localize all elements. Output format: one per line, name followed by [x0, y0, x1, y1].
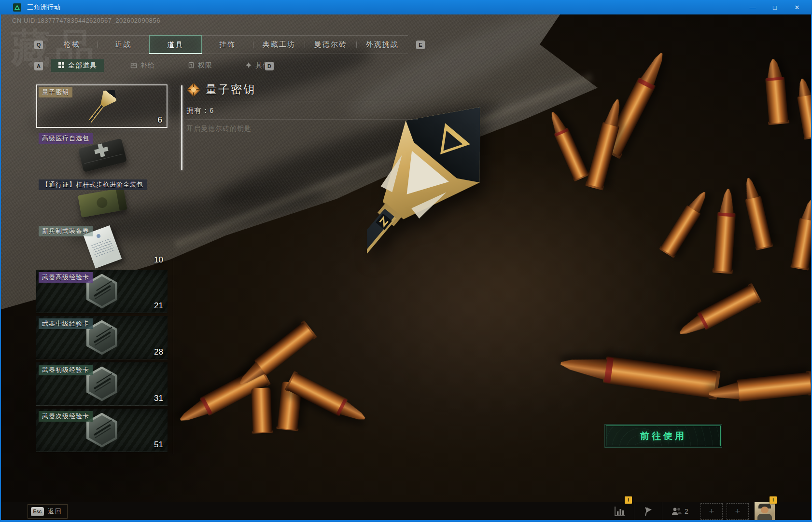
- item-name-chip: 高级医疗自选包: [39, 133, 93, 144]
- tab-label: 道具: [167, 41, 183, 50]
- rarity-diamond-icon: [186, 82, 201, 97]
- plus-icon: +: [709, 506, 714, 517]
- tab-5[interactable]: 曼德尔砖: [305, 35, 356, 54]
- item-count: 31: [154, 394, 163, 403]
- stats-button[interactable]: !: [606, 502, 634, 520]
- item-detail-panel: 量子密钥 拥有：6 开启曼德尔砖的钥匙: [186, 82, 418, 133]
- scene-background: CN UID:18377747835442620567_202602090856…: [0, 14, 812, 520]
- back-label: 返回: [48, 507, 62, 516]
- avatar-face: [761, 507, 769, 513]
- key-hint-prev-subtab: A: [34, 62, 43, 70]
- key-hint-next-tab: E: [416, 41, 425, 49]
- bullet-decoration: [251, 385, 272, 433]
- tab-6[interactable]: 外观挑战: [356, 35, 408, 54]
- grid-icon: [58, 62, 65, 70]
- tab-3[interactable]: 挂饰: [202, 35, 253, 54]
- tab-label: 外观挑战: [366, 40, 399, 49]
- player-uid: CN UID:18377747835442620567_202602090856: [12, 17, 160, 24]
- item-tile-2[interactable]: 【通行证】杠杆式步枪进阶全装包: [36, 177, 168, 220]
- bullet-decoration: [741, 176, 773, 250]
- maximize-button[interactable]: □: [764, 0, 786, 14]
- key-hint-prev-tab: Q: [34, 41, 43, 49]
- item-list: 量子密钥6高级医疗自选包【通行证】杠杆式步枪进阶全装包新兵制式装备券10武器高级…: [36, 84, 168, 455]
- minimize-button[interactable]: —: [742, 0, 764, 14]
- use-button[interactable]: 前往使用: [604, 424, 722, 448]
- item-count: 6: [158, 115, 162, 125]
- item-title: 量子密钥: [206, 82, 256, 97]
- tab-1[interactable]: 近战: [98, 35, 149, 54]
- item-name-chip: 武器次级经验卡: [39, 411, 93, 422]
- alert-badge: !: [625, 496, 632, 504]
- bar-chart-icon: [614, 506, 626, 517]
- item-tile-7[interactable]: 武器次级经验卡51: [36, 409, 168, 452]
- divider: [186, 101, 418, 101]
- tab-label: 典藏工坊: [263, 40, 295, 49]
- item-tile-6[interactable]: 武器初级经验卡31: [36, 362, 168, 406]
- misc-icon: [245, 62, 252, 70]
- owned-count: 6: [210, 106, 214, 114]
- item-name-chip: 量子密钥: [39, 87, 72, 97]
- item-count: 28: [154, 347, 163, 357]
- key-hint-next-subtab: D: [265, 62, 274, 70]
- window-border: [0, 520, 812, 522]
- subtab-0[interactable]: 全部道具: [51, 59, 104, 72]
- tab-label: 曼德尔砖: [314, 40, 347, 49]
- window-border: [0, 14, 1, 522]
- item-tile-0[interactable]: 量子密钥6: [36, 84, 168, 128]
- permission-icon: [188, 62, 195, 70]
- supply-icon: [130, 62, 137, 70]
- game-window: 三角洲行动 — □ ✕: [0, 0, 812, 522]
- avatar-body: [757, 514, 772, 520]
- item-name-chip: 武器中级经验卡: [39, 318, 93, 329]
- back-button[interactable]: Esc 返回: [28, 504, 68, 519]
- bullet-decoration: [794, 77, 812, 139]
- bottom-bar: Esc 返回 !: [0, 502, 812, 520]
- item-count: 10: [154, 255, 163, 265]
- subtab-label: 全部道具: [68, 61, 97, 70]
- subtab-label: 补给: [140, 61, 155, 70]
- squad-count: 2: [685, 508, 688, 515]
- flag-icon: [643, 506, 654, 517]
- item-count: 21: [154, 301, 163, 311]
- empty-squad-slot[interactable]: +: [700, 503, 723, 520]
- subtab-bar: 全部道具补给权限其他: [51, 59, 277, 72]
- app-title: 三角洲行动: [27, 3, 61, 12]
- subtab-2[interactable]: 权限: [181, 59, 219, 72]
- item-tile-1[interactable]: 高级医疗自选包: [36, 131, 168, 174]
- bullet-decoration: [764, 58, 789, 125]
- subtab-1[interactable]: 补给: [124, 59, 162, 72]
- tab-0[interactable]: 枪械: [46, 35, 98, 54]
- people-icon: [671, 506, 682, 517]
- close-button[interactable]: ✕: [786, 0, 808, 14]
- item-tile-4[interactable]: 武器高级经验卡21: [36, 270, 168, 313]
- app-logo-icon: [13, 3, 21, 12]
- tab-label: 挂饰: [219, 40, 236, 49]
- divider: [186, 119, 418, 120]
- squad-button[interactable]: 2: [662, 502, 697, 520]
- owned-label: 拥有：: [186, 106, 210, 114]
- bullet-decoration: [791, 198, 812, 270]
- item-name-chip: 武器高级经验卡: [39, 272, 93, 283]
- tab-bar: 枪械近战道具挂饰典藏工坊曼德尔砖外观挑战: [46, 35, 408, 54]
- report-button[interactable]: [634, 502, 662, 520]
- use-button-label: 前往使用: [640, 430, 686, 442]
- esc-key-icon: Esc: [31, 507, 44, 516]
- tab-4[interactable]: 典藏工坊: [253, 35, 305, 54]
- window-titlebar: 三角洲行动 — □ ✕: [0, 0, 812, 14]
- alert-badge: !: [770, 496, 777, 504]
- tab-label: 枪械: [63, 40, 80, 49]
- item-name-chip: 【通行证】杠杆式步枪进阶全装包: [39, 179, 147, 190]
- subtab-label: 权限: [198, 61, 212, 70]
- item-tile-3[interactable]: 新兵制式装备券10: [36, 223, 168, 267]
- scrollbar-thumb[interactable]: [181, 85, 182, 170]
- tab-2[interactable]: 道具: [149, 35, 202, 54]
- player-avatar[interactable]: !: [755, 502, 775, 520]
- owned-count-row: 拥有：6: [186, 106, 418, 115]
- item-name-chip: 新兵制式装备券: [39, 226, 93, 236]
- item-description: 开启曼德尔砖的钥匙: [186, 124, 418, 133]
- empty-squad-slot[interactable]: +: [727, 503, 749, 520]
- item-tile-5[interactable]: 武器中级经验卡28: [36, 316, 168, 359]
- item-count: 51: [154, 440, 163, 450]
- list-divider: [173, 83, 173, 454]
- tab-label: 近战: [115, 40, 131, 49]
